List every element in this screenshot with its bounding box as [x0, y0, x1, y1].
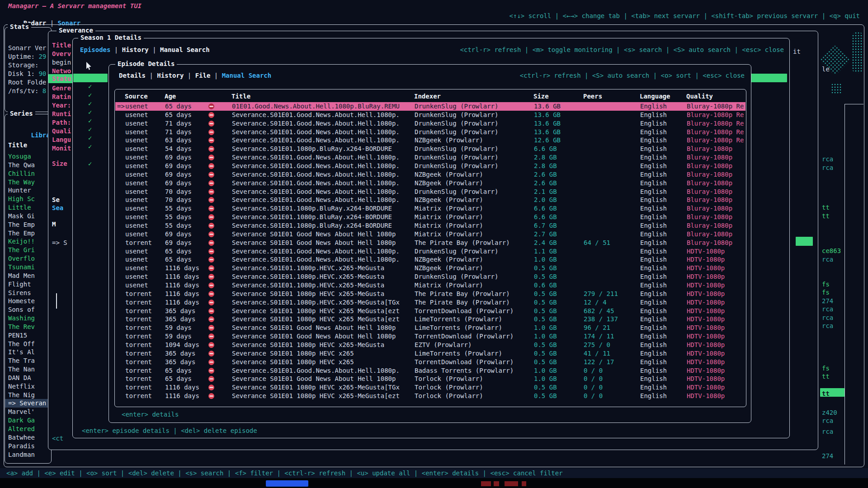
release-row[interactable]: usenet69 daysSeverance S01E01 Good News … — [115, 230, 745, 239]
release-row[interactable]: usenet65 daysSeverance.S01E01.Good.News.… — [115, 255, 745, 264]
seasons-scrollbar-thumb[interactable] — [56, 293, 57, 309]
column-header-indexer[interactable]: Indexer — [414, 91, 528, 101]
release-row[interactable]: usenet69 daysSeverance.S01E01.Good.News.… — [115, 162, 745, 170]
release-row[interactable]: usenet70 daysSeverance.S01E01.Good.News.… — [115, 188, 745, 196]
series-list-item[interactable]: Overflo — [5, 254, 51, 263]
series-list-item[interactable]: DAN DA — [5, 374, 51, 382]
release-row[interactable]: torrent59 daysSeverance S01E01 Good News… — [115, 332, 745, 341]
release-row[interactable]: usenet1116 daysSeverance.S01E01.1080p.HE… — [115, 264, 745, 272]
cell-peers — [584, 111, 637, 119]
column-header-age[interactable]: Age — [165, 91, 206, 101]
release-row[interactable]: usenet54 daysSeverance.S01E01.1080p.BluR… — [115, 145, 745, 153]
series-list-item[interactable]: Flight — [5, 280, 51, 289]
release-row[interactable]: usenet69 daysSeverance.S01E01.Good.News.… — [115, 153, 745, 162]
field-label: Title — [52, 41, 75, 50]
series-list-item[interactable]: The Nan — [5, 365, 51, 374]
release-row[interactable]: usenet71 daysSeverance.S01E01.Good.News.… — [115, 128, 745, 136]
series-list-item[interactable]: The Tra — [5, 357, 51, 365]
release-row[interactable]: torrent365 daysSeverance S01E01 1080p HE… — [115, 349, 745, 358]
release-row[interactable]: torrent1116 daysSeverance S01E01 1080p H… — [115, 290, 745, 298]
series-list-item[interactable]: Netflix — [5, 382, 51, 391]
series-list-item[interactable]: Marvel' — [5, 408, 51, 416]
series-list-item[interactable]: The Emp — [5, 221, 51, 229]
series-list-item[interactable]: Dark Ga — [5, 416, 51, 425]
series-list-item[interactable]: Batwhee — [5, 433, 51, 442]
tab-separator: | — [146, 72, 157, 79]
cell-language: English — [640, 332, 683, 341]
release-row[interactable]: usenet65 daysSeverance.S01E01.Good.News.… — [115, 247, 745, 256]
release-row[interactable]: torrent365 daysSeverance S01E01 1080p HE… — [115, 307, 745, 315]
series-list-item[interactable]: Altered — [5, 425, 51, 433]
release-row[interactable]: usenet1116 daysSeverance.S01E01.1080p.HE… — [115, 272, 745, 281]
stats-panel-title: Stats — [8, 23, 31, 30]
release-row[interactable]: usenet65 daysSeverance.S01E01.Good.News.… — [115, 111, 745, 119]
series-list-item[interactable]: Homeste — [5, 297, 51, 305]
series-list-item[interactable]: Tsunami — [5, 263, 51, 272]
stats-line: Uptime: 29 — [8, 52, 50, 61]
tab-manual-search[interactable]: Manual Search — [222, 72, 272, 79]
series-list-item[interactable]: The Off — [5, 340, 51, 348]
series-list-item[interactable]: The Way — [5, 178, 51, 187]
release-row[interactable]: usenet69 daysSeverance.S01E01.Good.News.… — [115, 179, 745, 188]
series-list-item[interactable]: The Nig — [5, 391, 51, 399]
series-list-item[interactable]: Washing — [5, 314, 51, 323]
series-list-item[interactable]: Sons of — [5, 305, 51, 314]
release-row[interactable]: torrent1094 daysSeverance S01E01 1080p H… — [115, 341, 745, 349]
column-header-quality[interactable]: Quality — [686, 91, 744, 101]
cell-age: 55 days — [165, 213, 207, 221]
release-row[interactable]: usenet70 daysSeverance.S01E01.Good.News.… — [115, 196, 745, 204]
release-row[interactable]: torrent365 daysSeverance S01E01 1080p HE… — [115, 358, 745, 366]
series-panel-title: Series — [8, 110, 35, 117]
release-row[interactable]: usenet55 daysSeverance.S01E01.1080p.BluR… — [115, 221, 745, 230]
series-list-item[interactable]: High Sc — [5, 195, 51, 203]
series-list-item[interactable]: Little — [5, 203, 51, 212]
release-row[interactable]: usenet71 daysSeverance.S01E01.Good.News.… — [115, 119, 745, 128]
column-header-title[interactable]: Title — [231, 91, 411, 101]
stats-line: /nfs/tv: 8 — [8, 87, 50, 95]
cell-indexer: LimeTorrents (Prowlarr) — [415, 315, 528, 324]
series-list-item[interactable]: Chillin — [5, 169, 51, 178]
series-list-item[interactable]: => Severan — [5, 399, 51, 408]
series-list-item[interactable]: Mad Men — [5, 272, 51, 280]
series-list-item[interactable]: The Gri — [5, 246, 51, 254]
column-header-language[interactable]: Language — [640, 91, 682, 101]
logo-dot-art — [831, 83, 842, 94]
series-list-item[interactable]: Sirens — [5, 289, 51, 297]
release-row[interactable]: torrent1116 daysSeverance S01E01 1080p H… — [115, 392, 745, 400]
cell-peers: 122 / 17 — [584, 358, 637, 366]
tab-details[interactable]: Details — [119, 72, 146, 79]
release-row[interactable]: torrent65 daysSeverance.S01E01.Good.News… — [115, 366, 745, 375]
cell-language: English — [640, 375, 683, 383]
cell-peers — [584, 204, 637, 213]
series-list-item[interactable]: PEN15 — [5, 331, 51, 340]
release-row[interactable]: usenet55 daysSeverance.S01E01.1080p.BluR… — [115, 204, 745, 213]
tab-file[interactable]: File — [195, 72, 211, 79]
series-list-item[interactable]: The Emp — [5, 229, 51, 238]
release-row[interactable]: usenet69 daysSeverance.S01E01.Good.News.… — [115, 170, 745, 179]
series-list-item[interactable]: Landman — [5, 450, 51, 459]
cell-age: 69 days — [165, 162, 207, 170]
release-row[interactable]: torrent59 daysSeverance S01E01 Good News… — [115, 324, 745, 332]
release-row[interactable]: torrent69 daysSeverance S01E01 Good News… — [115, 239, 745, 247]
series-list-item[interactable]: The Qwa — [5, 161, 51, 169]
series-list-item[interactable]: Mask Gi — [5, 212, 51, 221]
series-list-item[interactable]: It's Al — [5, 348, 51, 357]
release-row[interactable]: torrent1116 daysSeverance S01E01 1080p H… — [115, 383, 745, 392]
series-list-item[interactable]: Paradis — [5, 442, 51, 450]
series-list-item[interactable]: Keijo!! — [5, 237, 51, 246]
tab-separator: | — [210, 72, 222, 79]
release-row[interactable]: =>usenet65 days01E01.Good.News.About.Hel… — [115, 102, 745, 111]
release-row[interactable]: torrent65 daysSeverance S01E01 Good News… — [115, 375, 745, 383]
release-row[interactable]: usenet55 daysSeverance.S01E01.1080p.BluR… — [115, 213, 745, 221]
series-list-item[interactable]: The Rev — [5, 323, 51, 331]
release-row[interactable]: torrent365 daysSeverance S01E01 1080p HE… — [115, 315, 745, 324]
column-header-source[interactable]: Source — [125, 91, 162, 101]
release-row[interactable]: torrent1116 daysSeverance.S01E01.1080p.H… — [115, 298, 745, 307]
series-list-item[interactable]: Hunter — [5, 186, 51, 195]
column-header-size[interactable]: Size — [533, 91, 579, 101]
series-list-item[interactable]: Yosuga — [5, 152, 51, 161]
release-row[interactable]: usenet63 daysSeverance.S01E01.Good.News.… — [115, 136, 745, 145]
release-row[interactable]: usenet1116 daysSeverance.S01E01.1080p.HE… — [115, 281, 745, 290]
column-header-peers[interactable]: Peers — [583, 91, 637, 101]
tab-history[interactable]: History — [157, 72, 184, 79]
